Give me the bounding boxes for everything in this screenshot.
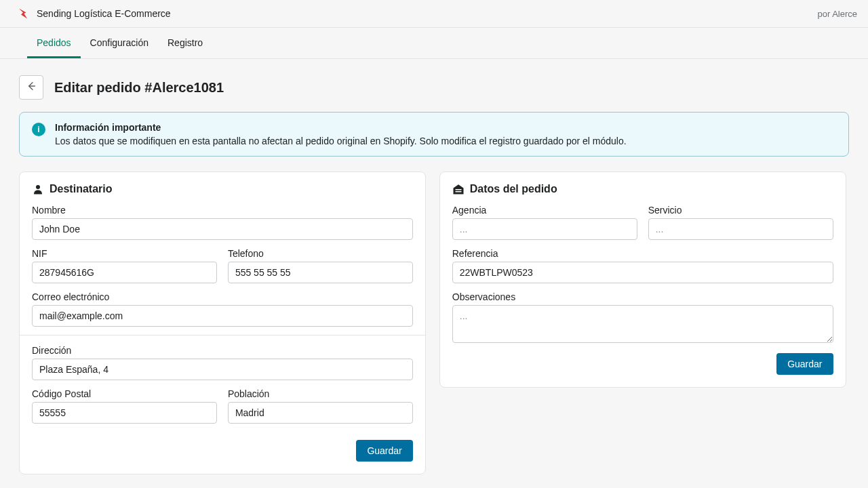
banner-text: Los datos que se modifiquen en esta pant… (55, 136, 627, 146)
recipient-header: Destinatario (32, 183, 413, 195)
banner-title: Información importante (55, 122, 627, 133)
tabs: Pedidos Configuración Registro (0, 28, 868, 59)
city-label: Población (228, 388, 413, 399)
reference-input[interactable] (452, 262, 833, 283)
phone-label: Telefono (228, 248, 413, 259)
reference-group: Referencia (452, 248, 833, 283)
warehouse-icon (452, 183, 465, 195)
nif-input[interactable] (32, 262, 217, 283)
email-label: Correo electrónico (32, 291, 413, 302)
order-save-button[interactable]: Guardar (776, 353, 833, 375)
app-logo-icon (16, 7, 30, 20)
name-group: Nombre (32, 205, 413, 240)
name-input[interactable] (32, 218, 413, 240)
person-icon (32, 183, 44, 195)
agency-group: Agencia (452, 205, 637, 240)
notes-textarea[interactable] (452, 305, 833, 343)
page: Editar pedido #Alerce1081 i Información … (0, 59, 868, 488)
order-card: Datos del pedido Agencia Servicio Refere… (439, 171, 846, 388)
city-input[interactable] (228, 402, 413, 424)
notes-label: Observaciones (452, 291, 833, 302)
city-group: Población (228, 388, 413, 424)
name-label: Nombre (32, 205, 413, 216)
topbar: Sending Logística E-Commerce por Alerce (0, 0, 868, 28)
divider (20, 335, 425, 336)
notes-group: Observaciones (452, 291, 833, 345)
tab-configuracion[interactable]: Configuración (81, 28, 158, 58)
recipient-title: Destinatario (50, 183, 112, 195)
postal-group: Código Postal (32, 388, 217, 424)
phone-input[interactable] (228, 262, 413, 283)
reference-label: Referencia (452, 248, 833, 259)
topbar-left: Sending Logística E-Commerce (16, 7, 171, 20)
svg-point-1 (36, 185, 40, 189)
postal-input[interactable] (32, 402, 217, 424)
banner-content: Información importante Los datos que se … (55, 122, 627, 146)
arrow-left-icon (26, 81, 37, 95)
attribution: por Alerce (817, 9, 857, 19)
postal-label: Código Postal (32, 388, 217, 399)
address-label: Dirección (32, 345, 413, 356)
recipient-save-button[interactable]: Guardar (356, 440, 412, 462)
order-actions: Guardar (452, 353, 833, 375)
page-header: Editar pedido #Alerce1081 (19, 75, 849, 100)
phone-group: Telefono (228, 248, 413, 283)
info-banner: i Información importante Los datos que s… (19, 112, 849, 157)
address-group: Dirección (32, 345, 413, 380)
service-input[interactable] (648, 218, 833, 240)
tab-registro[interactable]: Registro (158, 28, 212, 58)
address-input[interactable] (32, 359, 413, 380)
app-title: Sending Logística E-Commerce (37, 8, 171, 19)
email-group: Correo electrónico (32, 291, 413, 327)
agency-input[interactable] (452, 218, 637, 240)
order-title: Datos del pedido (470, 183, 557, 195)
service-group: Servicio (648, 205, 833, 240)
svg-rect-3 (455, 191, 461, 192)
nif-label: NIF (32, 248, 217, 259)
order-header: Datos del pedido (452, 183, 833, 195)
agency-label: Agencia (452, 205, 637, 216)
email-input[interactable] (32, 305, 413, 327)
page-title: Editar pedido #Alerce1081 (54, 80, 224, 96)
nif-group: NIF (32, 248, 217, 283)
tab-pedidos[interactable]: Pedidos (27, 28, 81, 58)
service-label: Servicio (648, 205, 833, 216)
cards-row: Destinatario Nombre NIF Telefono Correo … (19, 171, 849, 474)
back-button[interactable] (19, 75, 43, 100)
svg-rect-2 (455, 189, 461, 190)
recipient-actions: Guardar (32, 440, 413, 462)
recipient-card: Destinatario Nombre NIF Telefono Correo … (19, 171, 426, 474)
info-icon: i (32, 123, 45, 136)
